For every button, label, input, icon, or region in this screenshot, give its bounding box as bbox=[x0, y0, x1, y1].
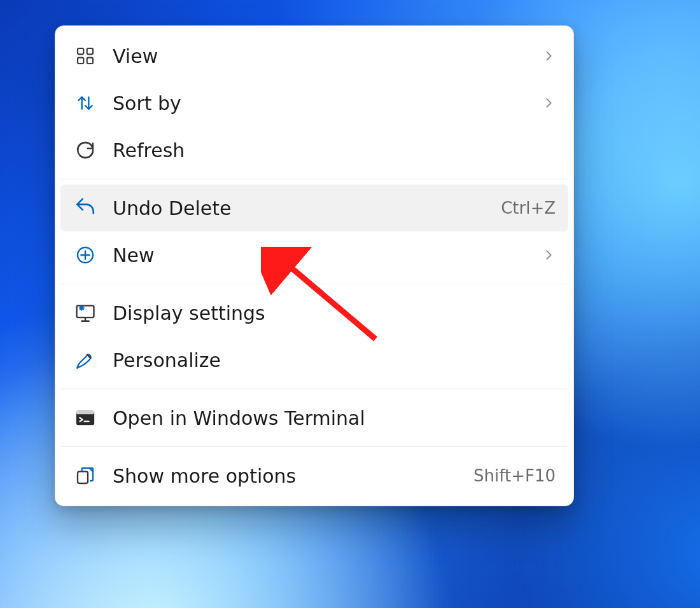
menu-item-label: Undo Delete bbox=[113, 197, 491, 219]
menu-item-shortcut: Ctrl+Z bbox=[501, 198, 556, 218]
menu-item-label: Refresh bbox=[113, 139, 556, 162]
svg-rect-3 bbox=[87, 58, 93, 64]
menu-separator bbox=[60, 284, 568, 284]
menu-separator bbox=[60, 446, 568, 447]
menu-item-new[interactable]: New bbox=[60, 231, 568, 279]
refresh-icon bbox=[73, 138, 97, 162]
svg-rect-0 bbox=[78, 48, 83, 54]
menu-item-display-settings[interactable]: Display settings bbox=[60, 289, 568, 336]
terminal-icon bbox=[73, 406, 97, 430]
svg-rect-1 bbox=[87, 48, 93, 54]
menu-separator bbox=[60, 389, 568, 389]
menu-separator bbox=[60, 179, 568, 179]
menu-item-label: New bbox=[113, 244, 531, 266]
menu-item-label: View bbox=[113, 45, 531, 67]
svg-rect-8 bbox=[76, 411, 94, 415]
menu-item-open-terminal[interactable]: Open in Windows Terminal bbox=[60, 394, 568, 441]
chevron-right-icon bbox=[542, 248, 556, 262]
personalize-icon bbox=[73, 348, 97, 372]
menu-item-label: Sort by bbox=[113, 92, 531, 114]
sort-icon bbox=[73, 91, 97, 115]
view-icon bbox=[73, 44, 97, 68]
menu-item-label: Personalize bbox=[113, 349, 556, 371]
menu-item-refresh[interactable]: Refresh bbox=[60, 127, 568, 174]
chevron-right-icon bbox=[542, 96, 556, 110]
menu-item-sort-by[interactable]: Sort by bbox=[60, 79, 568, 127]
undo-icon bbox=[73, 196, 97, 220]
menu-item-shortcut: Shift+F10 bbox=[473, 466, 556, 485]
menu-item-label: Open in Windows Terminal bbox=[113, 407, 556, 429]
svg-rect-9 bbox=[78, 471, 88, 483]
menu-item-show-more-options[interactable]: Show more options Shift+F10 bbox=[60, 452, 568, 499]
display-settings-icon bbox=[73, 301, 97, 325]
desktop-context-menu: View Sort by Refresh bbox=[55, 25, 574, 506]
show-more-icon bbox=[73, 464, 97, 488]
menu-item-label: Display settings bbox=[113, 302, 556, 324]
new-icon bbox=[73, 243, 97, 267]
chevron-right-icon bbox=[542, 49, 556, 63]
menu-item-label: Show more options bbox=[113, 465, 463, 487]
menu-item-view[interactable]: View bbox=[60, 32, 568, 79]
menu-item-personalize[interactable]: Personalize bbox=[60, 336, 568, 383]
menu-item-undo-delete[interactable]: Undo Delete Ctrl+Z bbox=[60, 184, 568, 231]
svg-rect-2 bbox=[78, 58, 83, 64]
